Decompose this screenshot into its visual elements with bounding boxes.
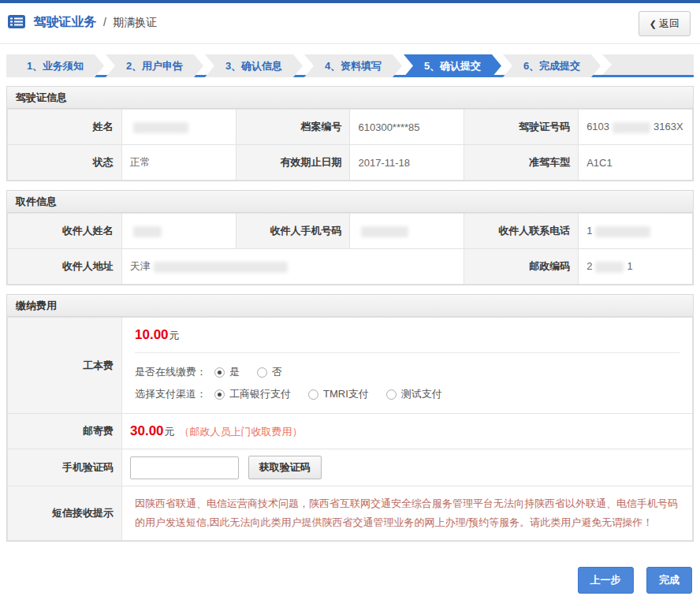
payment-section: 缴纳费用 工本费 10.00元 是否在线缴费： 是 否 选择支付渠道： 工商银行… bbox=[6, 294, 694, 542]
radio-selected-icon bbox=[214, 367, 225, 378]
recipient-phone-value bbox=[350, 214, 464, 249]
back-button[interactable]: ❮返回 bbox=[639, 11, 691, 36]
fee-amount-line: 10.00元 bbox=[135, 327, 680, 343]
fee-unit: 元 bbox=[169, 330, 180, 341]
sms-notice-text: 因陕西省联通、电信运营商技术问题，陕西省互联网交通安全综合服务管理平台无法向持陕… bbox=[135, 494, 680, 532]
redacted-license-no bbox=[612, 122, 650, 133]
expiry-label: 有效期止日期 bbox=[236, 145, 350, 181]
recipient-phone-label: 收件人手机号码 bbox=[236, 214, 350, 249]
payment-options: 是否在线缴费： 是 否 选择支付渠道： 工商银行支付 TMRI支付 测试支付 bbox=[135, 352, 680, 405]
back-label: 返回 bbox=[659, 17, 680, 29]
postcode-suffix: 1 bbox=[627, 260, 632, 272]
vehicle-type-value: A1C1 bbox=[579, 145, 693, 181]
table-row: 邮寄费 30.00元（邮政人员上门收取费用） bbox=[8, 414, 693, 449]
postcode-label: 邮政编码 bbox=[464, 249, 579, 285]
post-fee-unit: 元 bbox=[165, 426, 175, 438]
vehicle-type-label: 准驾车型 bbox=[464, 145, 579, 181]
get-captcha-button[interactable]: 获取验证码 bbox=[248, 456, 322, 479]
step-6-finish-submit[interactable]: 6、完成提交 bbox=[503, 54, 601, 77]
radio-channel-test[interactable]: 测试支付 bbox=[386, 387, 442, 401]
channel-icbc-label: 工商银行支付 bbox=[229, 387, 291, 401]
fee-amount: 10.00 bbox=[135, 327, 169, 342]
radio-unselected-icon bbox=[308, 389, 318, 400]
step-bar-filler bbox=[602, 54, 694, 75]
step-4-fill-data[interactable]: 4、资料填写 bbox=[304, 54, 402, 77]
file-no-label: 档案编号 bbox=[236, 110, 350, 145]
fee-label: 工本费 bbox=[8, 318, 122, 414]
postcode-prefix: 2 bbox=[586, 260, 592, 272]
pickup-section-title: 取件信息 bbox=[7, 191, 693, 213]
breadcrumb-separator: / bbox=[103, 16, 106, 28]
pickup-info-table: 收件人姓名 收件人手机号码 收件人联系电话 1 收件人地址 天津 邮政编码 21 bbox=[7, 213, 693, 285]
expiry-value: 2017-11-18 bbox=[350, 145, 464, 181]
postcode-value: 21 bbox=[579, 249, 693, 285]
table-row: 工本费 10.00元 是否在线缴费： 是 否 选择支付渠道： 工商银行支付 TM… bbox=[8, 318, 693, 414]
channel-tmri-label: TMRI支付 bbox=[323, 387, 369, 401]
redacted-postcode bbox=[595, 262, 624, 273]
step-2-user-declaration[interactable]: 2、用户申告 bbox=[106, 54, 203, 77]
breadcrumb-current: 期满换证 bbox=[113, 16, 157, 28]
online-pay-label: 是否在线缴费： bbox=[135, 365, 207, 379]
footer-actions: 上一步 完成 bbox=[6, 567, 692, 594]
radio-selected-icon bbox=[214, 389, 225, 400]
pickup-info-section: 取件信息 收件人姓名 收件人手机号码 收件人联系电话 1 收件人地址 天津 邮政… bbox=[6, 190, 694, 285]
page: 驾驶证业务 / 期满换证 ❮返回 1、业务须知 2、用户申告 3、确认信息 4、… bbox=[0, 0, 700, 596]
captcha-input[interactable] bbox=[130, 456, 239, 479]
contact-phone-label: 收件人联系电话 bbox=[464, 214, 579, 249]
online-yes-label: 是 bbox=[229, 365, 240, 379]
payment-section-title: 缴纳费用 bbox=[7, 295, 693, 317]
redacted-contact-phone bbox=[595, 226, 650, 237]
radio-online-yes[interactable]: 是 bbox=[214, 365, 240, 379]
sms-tip-label: 短信接收提示 bbox=[8, 486, 122, 541]
file-no-value: 610300****85 bbox=[350, 110, 464, 145]
step-5-confirm-submit[interactable]: 5、确认提交 bbox=[404, 54, 501, 77]
radio-unselected-icon bbox=[386, 389, 397, 400]
post-fee-cell: 30.00元（邮政人员上门收取费用） bbox=[122, 414, 693, 449]
sms-tip-cell: 因陕西省联通、电信运营商技术问题，陕西省互联网交通安全综合服务管理平台无法向持陕… bbox=[122, 486, 693, 541]
table-row: 姓名 档案编号 610300****85 驾驶证号码 61033163X bbox=[8, 110, 693, 145]
online-no-label: 否 bbox=[272, 365, 282, 379]
license-no-label: 驾驶证号码 bbox=[464, 110, 579, 145]
page-title: 驾驶证业务 bbox=[33, 15, 96, 28]
fee-cell: 10.00元 是否在线缴费： 是 否 选择支付渠道： 工商银行支付 TMRI支付… bbox=[122, 318, 693, 414]
step-3-confirm-info[interactable]: 3、确认信息 bbox=[205, 54, 303, 77]
recipient-name-value bbox=[121, 214, 236, 249]
redacted-recipient-name bbox=[133, 226, 162, 237]
step-bar: 1、业务须知 2、用户申告 3、确认信息 4、资料填写 5、确认提交 6、完成提… bbox=[6, 54, 694, 77]
radio-online-no[interactable]: 否 bbox=[257, 365, 282, 379]
license-section-title: 驾驶证信息 bbox=[7, 87, 693, 109]
license-no-prefix: 6103 bbox=[586, 121, 609, 132]
payment-table: 工本费 10.00元 是否在线缴费： 是 否 选择支付渠道： 工商银行支付 TM… bbox=[7, 317, 693, 541]
status-label: 状态 bbox=[8, 145, 122, 181]
license-no-value: 61033163X bbox=[579, 110, 693, 145]
page-header: 驾驶证业务 / 期满换证 ❮返回 bbox=[0, 3, 700, 44]
status-value: 正常 bbox=[121, 145, 236, 181]
name-value bbox=[121, 110, 236, 145]
license-info-table: 姓名 档案编号 610300****85 驾驶证号码 61033163X 状态 … bbox=[7, 109, 693, 181]
radio-channel-icbc[interactable]: 工商银行支付 bbox=[214, 387, 291, 401]
license-info-section: 驾驶证信息 姓名 档案编号 610300****85 驾驶证号码 6103316… bbox=[6, 86, 694, 181]
address-label: 收件人地址 bbox=[8, 249, 122, 285]
channel-line: 选择支付渠道： 工商银行支付 TMRI支付 测试支付 bbox=[135, 383, 680, 405]
table-row: 手机验证码 获取验证码 bbox=[8, 449, 693, 486]
redacted-recipient-phone bbox=[361, 226, 408, 237]
contact-phone-prefix: 1 bbox=[586, 225, 592, 237]
post-fee-note: （邮政人员上门收取费用） bbox=[180, 426, 303, 438]
redacted-address bbox=[154, 262, 288, 273]
list-icon bbox=[8, 15, 25, 28]
captcha-label: 手机验证码 bbox=[8, 449, 122, 486]
radio-channel-tmri[interactable]: TMRI支付 bbox=[308, 387, 369, 401]
redacted-name bbox=[133, 122, 188, 133]
table-row: 收件人地址 天津 邮政编码 21 bbox=[8, 249, 693, 285]
previous-step-button[interactable]: 上一步 bbox=[578, 567, 634, 594]
captcha-cell: 获取验证码 bbox=[122, 449, 693, 486]
step-1-business-notice[interactable]: 1、业务须知 bbox=[6, 54, 104, 77]
back-chevron-icon: ❮ bbox=[650, 19, 657, 28]
recipient-name-label: 收件人姓名 bbox=[8, 214, 122, 249]
address-prefix: 天津 bbox=[130, 260, 151, 272]
address-value: 天津 bbox=[121, 249, 464, 285]
post-fee-amount: 30.00 bbox=[130, 423, 164, 438]
name-label: 姓名 bbox=[8, 110, 122, 145]
finish-button[interactable]: 完成 bbox=[646, 567, 692, 594]
table-row: 收件人姓名 收件人手机号码 收件人联系电话 1 bbox=[8, 214, 693, 249]
